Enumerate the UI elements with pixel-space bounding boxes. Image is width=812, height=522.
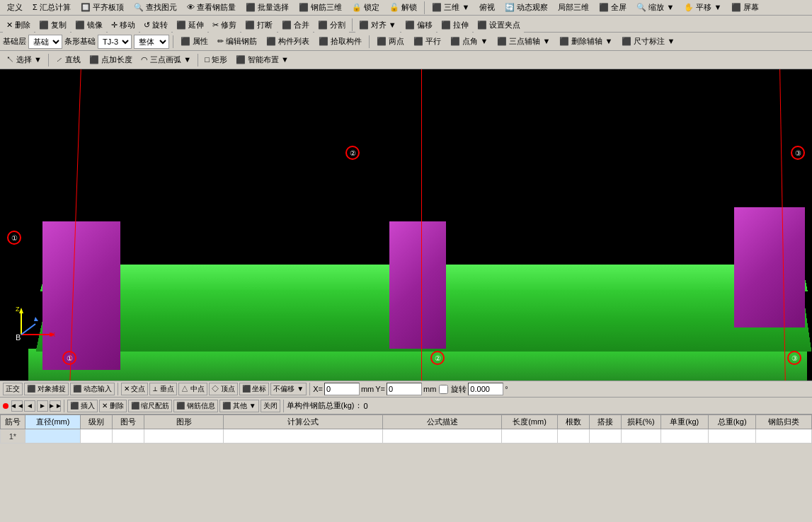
btn-setpoint[interactable]: ⬛ 设置夹点 (474, 17, 524, 33)
cell-totalw[interactable] (709, 429, 756, 443)
cell-type[interactable] (756, 429, 812, 443)
btn-component-list[interactable]: ⬛ 构件列表 (263, 34, 313, 50)
total-weight-val: 0 (364, 402, 368, 410)
menu-lock[interactable]: 🔒 锁定 (348, 1, 384, 13)
btn-copy[interactable]: ⬛ 复制 (35, 17, 70, 33)
menu-fullscreen[interactable]: ⬛ 全屏 (595, 1, 631, 13)
menu-topview[interactable]: 俯视 (475, 1, 499, 13)
menu-screen[interactable]: ⬛ 屏幕 (727, 1, 763, 13)
btn-align[interactable]: ⬛ 对齐 ▼ (355, 17, 400, 33)
menu-dynview[interactable]: 🔄 动态观察 (501, 1, 552, 13)
menu-3d[interactable]: ⬛ 三维 ▼ (428, 1, 474, 13)
btn-offset[interactable]: ⬛ 偏移 (401, 17, 436, 33)
y-label: Y= (375, 385, 385, 393)
cell-length[interactable] (502, 429, 558, 443)
btn-parallel[interactable]: ⬛ 平行 (410, 34, 445, 50)
cell-loss[interactable] (621, 429, 661, 443)
btn-edit-rebar[interactable]: ✏ 编辑钢筋 (214, 34, 261, 50)
btn-merge[interactable]: ⬛ 合并 (278, 17, 313, 33)
btn-dimension[interactable]: ⬛ 尺寸标注 ▼ (618, 34, 678, 50)
btn-delete-row[interactable]: ✕ 删除 (99, 400, 127, 412)
btn-trim[interactable]: ✂ 修剪 (209, 17, 240, 33)
btn-move[interactable]: ✛ 移动 (108, 17, 139, 33)
status-bar: 正交 ⬛ 对象捕捉 ⬛ 动态输入 ✕ 交点 ⊥ 垂点 △ 中点 ◇ 顶点 ⬛ 坐… (0, 381, 812, 398)
btn-nav-prev[interactable]: ◄ (24, 400, 35, 412)
btn-select[interactable]: ↖ 选择 ▼ (3, 52, 45, 68)
btn-dynin[interactable]: ⬛ 动态输入 (70, 383, 115, 395)
menu-rebar-view[interactable]: 👁 查看钢筋量 (183, 1, 240, 13)
btn-twopoint[interactable]: ⬛ 两点 (373, 34, 408, 50)
menu-rebar3d[interactable]: ⬛ 钢筋三维 (295, 1, 346, 13)
btn-ortho[interactable]: 正交 (3, 383, 23, 395)
btn-property[interactable]: ⬛ 属性 (177, 34, 212, 50)
cell-shape[interactable] (113, 429, 144, 443)
col-header-shape: 图号 (113, 415, 144, 429)
type-select[interactable]: TJ-3 (98, 35, 132, 49)
btn-nav-next[interactable]: ► (37, 400, 48, 412)
3d-viewport[interactable]: ① ② ③ ① ② ③ B X Z (0, 69, 812, 381)
y-input[interactable] (387, 383, 422, 395)
cell-lap[interactable] (589, 429, 621, 443)
btn-3ptaxis[interactable]: ⬛ 三点辅轴 ▼ (493, 34, 554, 50)
btn-close[interactable]: 关闭 (261, 400, 280, 412)
btn-angle[interactable]: ⬛ 点角 ▼ (447, 34, 491, 50)
menu-calc[interactable]: Σ 汇总计算 (28, 1, 75, 13)
menu-align-board[interactable]: 🔲 平齐板顶 (76, 1, 128, 13)
btn-intersection[interactable]: ✕ 交点 (121, 383, 149, 395)
btn-nav-last[interactable]: ►► (50, 400, 61, 412)
btn-mirror[interactable]: ⬛ 镜像 (72, 17, 106, 33)
btn-nooffset[interactable]: 不偏移 ▼ (270, 383, 307, 395)
btn-smart[interactable]: ⬛ 智能布置 ▼ (232, 52, 292, 68)
btn-nav-first[interactable]: ◄◄ (11, 400, 23, 412)
btn-extend[interactable]: ⬛ 延伸 (173, 17, 207, 33)
menu-define[interactable]: 定义 (3, 1, 27, 13)
rotate-label: 旋转 (451, 384, 467, 395)
btn-arc[interactable]: ◠ 三点画弧 ▼ (137, 52, 195, 68)
btn-delaxis[interactable]: ⬛ 删除辅轴 ▼ (556, 34, 616, 50)
cell-grade[interactable] (81, 429, 113, 443)
cell-formula[interactable] (224, 429, 382, 443)
btn-scale-rebar[interactable]: ⬛ 缩尺配筋 (128, 400, 173, 412)
btn-addlength[interactable]: ⬛ 点加长度 (86, 52, 136, 68)
btn-rotate[interactable]: ↺ 旋转 (140, 17, 171, 33)
btn-rebar-info[interactable]: ⬛ 钢筋信息 (173, 400, 218, 412)
btn-vertex[interactable]: ◇ 顶点 (209, 383, 238, 395)
edit-toolbar: ✕ 删除 ⬛ 复制 ⬛ 镜像 ✛ 移动 ↺ 旋转 ⬛ 延伸 ✂ 修剪 ⬛ 打断 … (0, 16, 812, 33)
menu-local3d[interactable]: 局部三维 (554, 1, 593, 13)
col-header-diameter[interactable]: 直径(mm) (25, 415, 81, 429)
btn-coord[interactable]: ⬛ 坐标 (239, 383, 270, 395)
total-weight-label: 单构件钢筋总重(kg)： (287, 400, 362, 411)
cell-unitw[interactable] (661, 429, 708, 443)
menu-pan[interactable]: ✋ 平移 ▼ (680, 1, 726, 13)
scope-select[interactable]: 整体 (134, 35, 169, 49)
rotate-checkbox[interactable] (439, 385, 448, 394)
btn-insert-row[interactable]: ⬛ 插入 (67, 400, 98, 412)
menu-zoom[interactable]: 🔍 缩放 ▼ (632, 1, 678, 13)
sep7 (118, 383, 118, 395)
layer-select[interactable]: 基础 (28, 35, 62, 49)
cell-figure[interactable] (144, 429, 224, 443)
sep9 (64, 400, 64, 412)
btn-line[interactable]: ⟋ 直线 (52, 52, 84, 68)
btn-other[interactable]: ⬛ 其他 ▼ (219, 400, 258, 412)
cell-count[interactable] (557, 429, 589, 443)
cell-diameter[interactable] (25, 429, 81, 443)
btn-rect[interactable]: □ 矩形 (201, 52, 231, 68)
btn-perpendicular[interactable]: ⊥ 垂点 (149, 383, 177, 395)
col-header-lap: 搭接 (589, 415, 621, 429)
cell-desc[interactable] (382, 429, 501, 443)
btn-split[interactable]: ⬛ 分割 (314, 17, 349, 33)
x-input[interactable] (324, 383, 360, 395)
btn-stretch[interactable]: ⬛ 拉伸 (438, 17, 472, 33)
btn-osnap[interactable]: ⬛ 对象捕捉 (24, 383, 69, 395)
menu-find[interactable]: 🔍 查找图元 (130, 1, 181, 13)
btn-pick[interactable]: ⬛ 拾取构件 (315, 34, 365, 50)
btn-midpoint[interactable]: △ 中点 (178, 383, 207, 395)
rotate-input[interactable] (468, 383, 503, 395)
btn-break[interactable]: ⬛ 打断 (241, 17, 276, 33)
menu-batch[interactable]: ⬛ 批量选择 (241, 1, 293, 13)
btn-delete[interactable]: ✕ 删除 (3, 17, 34, 33)
sep3 (173, 35, 173, 48)
menu-unlock[interactable]: 🔓 解锁 (385, 1, 421, 13)
scene: ① ② ③ ① ② ③ B X Z (0, 69, 812, 381)
